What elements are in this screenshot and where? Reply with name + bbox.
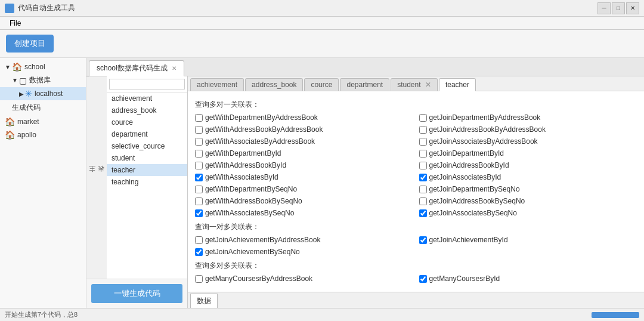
section-label-1: 查询一对多关联表： — [195, 222, 637, 232]
content-area: school数据库代码生成 ✕ 主表 — [86, 58, 644, 308]
checkbox-item: getJoinAddressBookByAddressBook — [419, 124, 637, 135]
sidebar-action-generate[interactable]: 生成代码 — [0, 100, 86, 115]
table-item[interactable]: cource — [107, 116, 187, 128]
checkbox-cb17[interactable] — [195, 209, 203, 217]
checkbox-label[interactable]: getJoinAddressBookByAddressBook — [429, 125, 546, 134]
checkbox-cb6[interactable] — [419, 138, 427, 146]
checkbox-label[interactable]: getJoinAssociatesByAddressBook — [429, 137, 538, 146]
table-item[interactable]: selective_cource — [107, 140, 187, 152]
checkbox-item: getJoinAddressBookById — [419, 160, 637, 171]
status-bar: 开始生成第7个代码，总8 — [0, 308, 644, 321]
checkbox-label[interactable]: getManyCoursesrByAddressBook — [205, 274, 312, 283]
checkbox-cb8[interactable] — [419, 150, 427, 158]
checkbox-cb12[interactable] — [419, 174, 427, 181]
table-item[interactable]: teaching — [107, 176, 187, 188]
generate-button[interactable]: 一键生成代码 — [91, 284, 182, 303]
top-tab-close-icon[interactable]: ✕ — [172, 65, 177, 72]
checkbox-cb23[interactable] — [419, 275, 427, 283]
table-list-wrapper: 主表 achievement address_book cource depar… — [86, 76, 187, 279]
menu-file[interactable]: File — [5, 18, 26, 29]
sidebar-item-label: apollo — [17, 131, 36, 139]
search-input[interactable] — [109, 79, 185, 89]
inner-tab-cource[interactable]: cource — [304, 78, 339, 91]
inner-tab-achievement[interactable]: achievement — [190, 78, 244, 91]
checkbox-cb18[interactable] — [419, 209, 427, 217]
checkbox-cb10[interactable] — [419, 162, 427, 169]
inner-tab-bar: achievement address_book cource departme… — [188, 76, 644, 91]
checkbox-label[interactable]: getJoinDepartmentBySeqNo — [429, 185, 520, 193]
checkbox-label[interactable]: getJoinAssociatesById — [429, 173, 501, 181]
checkbox-item: getWithAssociatesById — [195, 172, 413, 183]
inner-tab-address-book[interactable]: address_book — [245, 78, 303, 91]
table-item-teacher[interactable]: teacher — [107, 164, 187, 176]
sidebar-item-market[interactable]: 🏠 market — [0, 115, 86, 128]
status-progress-bar — [592, 312, 639, 318]
table-item[interactable]: achievement — [107, 92, 187, 104]
checkbox-label[interactable]: getWithAssociatesByAddressBook — [205, 137, 315, 146]
sidebar-item-database[interactable]: ▼ ▢ 数据库 — [0, 73, 86, 87]
checkbox-panel: 查询多对一关联表： getWithDepartmentByAddressBook… — [188, 91, 644, 292]
checkbox-cb1[interactable] — [195, 114, 203, 122]
sidebar-item-localhost[interactable]: ▶ ✳ localhost — [0, 87, 86, 100]
checkbox-cb16[interactable] — [419, 197, 427, 205]
table-item[interactable]: department — [107, 128, 187, 140]
checkbox-item: getWithAssociatesByAddressBook — [195, 136, 413, 147]
table-item[interactable]: address_book — [107, 104, 187, 116]
checkbox-label[interactable]: getWithAddressBookByAddressBook — [205, 125, 323, 134]
checkbox-label[interactable]: getManyCoursesrById — [429, 274, 500, 283]
checkbox-cb7[interactable] — [195, 150, 203, 158]
create-project-button[interactable]: 创建项目 — [6, 35, 54, 53]
localhost-icon: ✳ — [25, 89, 32, 98]
checkbox-cb22[interactable] — [195, 275, 203, 283]
checkbox-item: getWithDepartmentById — [195, 148, 413, 159]
checkbox-label[interactable]: getJoinDepartmentById — [429, 149, 504, 158]
maximize-button[interactable]: □ — [612, 2, 625, 14]
checkbox-label[interactable]: getWithDepartmentByAddressBook — [205, 113, 318, 122]
checkbox-item: getJoinDepartmentBySeqNo — [419, 184, 637, 195]
checkbox-cb21[interactable] — [195, 248, 203, 256]
sidebar-item-label: market — [17, 118, 39, 126]
title-bar: 代码自动生成工具 ─ □ ✕ — [0, 0, 644, 17]
checkbox-label[interactable]: getJoinAchievementBySeqNo — [205, 248, 300, 256]
bottom-tab-data[interactable]: 数据 — [190, 294, 218, 308]
sidebar-item-apollo[interactable]: 🏠 apollo — [0, 128, 86, 141]
checkbox-label[interactable]: getJoinDepartmentByAddressBook — [429, 113, 541, 122]
minimize-button[interactable]: ─ — [597, 2, 611, 14]
checkbox-label[interactable]: getWithAddressBookBySeqNo — [205, 197, 302, 205]
checkbox-cb2[interactable] — [419, 114, 427, 122]
checkbox-label[interactable]: getWithDepartmentBySeqNo — [205, 185, 297, 193]
inner-tab-department[interactable]: department — [340, 78, 389, 91]
checkbox-label[interactable]: getWithAssociatesBySeqNo — [205, 209, 294, 217]
top-tab-school[interactable]: school数据库代码生成 ✕ — [89, 60, 184, 76]
checkbox-label[interactable]: getWithAssociatesById — [205, 173, 278, 181]
checkbox-cb19[interactable] — [195, 236, 203, 244]
checkbox-item: getWithAddressBookById — [195, 160, 413, 171]
checkbox-item: getJoinAddressBookBySeqNo — [419, 196, 637, 206]
checkbox-cb20[interactable] — [419, 236, 427, 244]
checkbox-label[interactable]: getJoinAssociatesBySeqNo — [429, 209, 517, 217]
inner-tab-student-close-icon[interactable]: ✕ — [425, 81, 431, 89]
checkbox-cb5[interactable] — [195, 138, 203, 146]
checkbox-item: getWithAssociatesBySeqNo — [195, 208, 413, 218]
close-button[interactable]: ✕ — [626, 2, 639, 14]
inner-tab-label: department — [346, 81, 383, 89]
checkbox-cb9[interactable] — [195, 162, 203, 169]
checkbox-cb3[interactable] — [195, 126, 203, 134]
sidebar-tree: ▼ 🏠 school ▼ ▢ 数据库 ▶ ✳ localhost 生成代码 🏠 — [0, 58, 86, 308]
checkbox-label[interactable]: getWithDepartmentById — [205, 149, 281, 158]
checkbox-label[interactable]: getJoinAddressBookById — [429, 161, 509, 169]
sidebar-item-school[interactable]: ▼ 🏠 school — [0, 60, 86, 73]
checkbox-item: getJoinAssociatesBySeqNo — [419, 208, 637, 218]
checkbox-cb11[interactable] — [195, 174, 203, 181]
checkbox-label[interactable]: getJoinAchievementById — [429, 236, 508, 244]
checkbox-label[interactable]: getJoinAddressBookBySeqNo — [429, 197, 525, 205]
inner-tab-teacher[interactable]: teacher — [439, 78, 476, 91]
checkbox-cb13[interactable] — [195, 186, 203, 193]
checkbox-cb14[interactable] — [419, 186, 427, 193]
inner-tab-student[interactable]: student ✕ — [391, 78, 438, 91]
table-item[interactable]: student — [107, 152, 187, 164]
checkbox-label[interactable]: getJoinAchievementByAddressBook — [205, 236, 320, 244]
checkbox-label[interactable]: getWithAddressBookById — [205, 161, 286, 169]
checkbox-cb4[interactable] — [419, 126, 427, 134]
checkbox-cb15[interactable] — [195, 197, 203, 205]
